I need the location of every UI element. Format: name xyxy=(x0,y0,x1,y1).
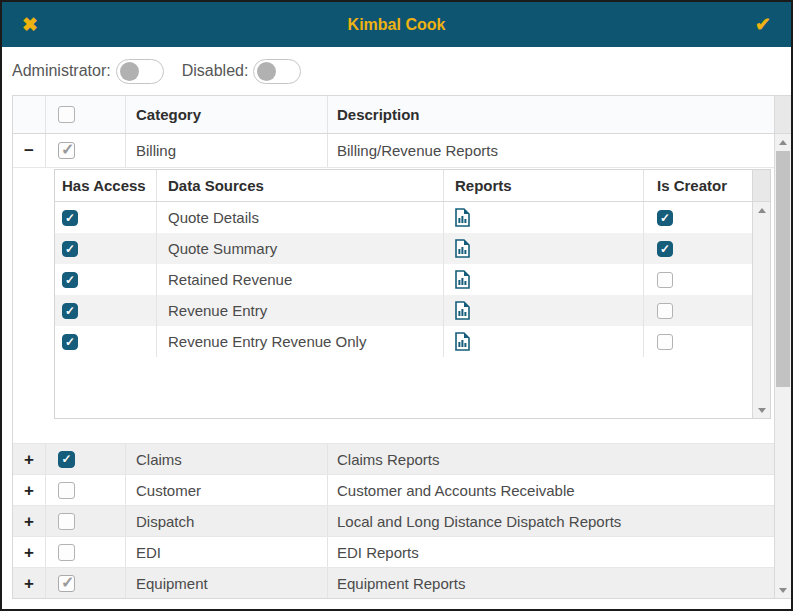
category-checkbox[interactable] xyxy=(58,482,75,499)
category-checkbox[interactable] xyxy=(58,575,75,592)
data-sources-grid-main: Has Access Data Sources Reports Is Creat… xyxy=(55,170,752,418)
is-creator-checkbox[interactable] xyxy=(657,334,673,350)
data-source-cell: Revenue Entry Revenue Only xyxy=(157,326,444,357)
is-creator-checkbox[interactable] xyxy=(657,303,673,319)
data-source-row-quote-details: Quote Details xyxy=(55,202,752,233)
billing-detail-panel: Has Access Data Sources Reports Is Creat… xyxy=(13,167,774,443)
report-button[interactable] xyxy=(455,270,470,289)
disabled-label: Disabled: xyxy=(182,62,249,80)
expand-button[interactable]: + xyxy=(24,575,34,592)
report-button[interactable] xyxy=(455,208,470,227)
category-cell: EDI xyxy=(126,537,328,567)
scrollbar-track[interactable] xyxy=(753,202,770,418)
reports-column-header: Reports xyxy=(444,170,644,201)
data-source-row-retained-revenue: Retained Revenue xyxy=(55,264,752,295)
is-creator-checkbox[interactable] xyxy=(657,272,673,288)
scrollbar-header-filler xyxy=(753,170,770,202)
has-access-column-header: Has Access xyxy=(55,170,157,201)
scrollbar-down-arrow[interactable] xyxy=(753,402,770,418)
close-icon[interactable]: ✖ xyxy=(22,15,38,34)
toggle-knob xyxy=(257,62,276,81)
category-checkbox[interactable] xyxy=(58,513,75,530)
is-creator-checkbox[interactable] xyxy=(657,210,673,226)
report-icon xyxy=(455,208,470,227)
has-access-checkbox[interactable] xyxy=(62,334,78,350)
select-all-checkbox[interactable] xyxy=(58,106,75,123)
description-cell: Customer and Accounts Receivable xyxy=(328,475,774,505)
scrollbar-down-arrow[interactable] xyxy=(775,582,791,598)
category-row-edi: +EDIEDI Reports xyxy=(13,536,774,567)
data-source-cell: Quote Summary xyxy=(157,233,444,264)
checkbox-column-header xyxy=(46,96,126,133)
expand-button[interactable]: + xyxy=(24,544,34,561)
report-icon xyxy=(455,332,470,351)
data-source-row-quote-summary: Quote Summary xyxy=(55,233,752,264)
description-cell: Claims Reports xyxy=(328,444,774,474)
report-icon xyxy=(455,239,470,258)
expand-button[interactable]: + xyxy=(24,482,34,499)
data-sources-scrollbar[interactable] xyxy=(752,170,770,418)
data-sources-column-header: Data Sources xyxy=(157,170,444,201)
category-checkbox[interactable] xyxy=(58,142,75,159)
report-button[interactable] xyxy=(455,239,470,258)
data-source-cell: Revenue Entry xyxy=(157,295,444,326)
category-row-billing: −BillingBilling/Revenue Reports xyxy=(13,134,774,167)
category-grid-main: Category Description −BillingBilling/Rev… xyxy=(13,96,774,598)
category-row-dispatch: +DispatchLocal and Long Distance Dispatc… xyxy=(13,505,774,536)
scrollbar-header-filler xyxy=(775,96,791,134)
data-source-cell: Quote Details xyxy=(157,202,444,233)
category-cell: Equipment xyxy=(126,568,328,598)
is-creator-checkbox[interactable] xyxy=(657,241,673,257)
report-button[interactable] xyxy=(455,301,470,320)
dialog-title: Kimbal Cook xyxy=(2,16,791,34)
description-cell: EDI Reports xyxy=(328,537,774,567)
report-icon xyxy=(455,301,470,320)
category-row-claims: +ClaimsClaims Reports xyxy=(13,443,774,474)
has-access-checkbox[interactable] xyxy=(62,210,78,226)
category-row-customer: +CustomerCustomer and Accounts Receivabl… xyxy=(13,474,774,505)
data-sources-grid-header: Has Access Data Sources Reports Is Creat… xyxy=(55,170,752,202)
report-button[interactable] xyxy=(455,332,470,351)
description-cell: Equipment Reports xyxy=(328,568,774,598)
category-checkbox[interactable] xyxy=(58,544,75,561)
disabled-toggle[interactable] xyxy=(253,59,301,84)
administrator-toggle[interactable] xyxy=(116,59,164,84)
dialog-titlebar: ✖ Kimbal Cook ✔ xyxy=(2,2,791,47)
has-access-checkbox[interactable] xyxy=(62,303,78,319)
confirm-icon[interactable]: ✔ xyxy=(755,15,771,34)
scrollbar-thumb[interactable] xyxy=(776,151,790,387)
category-row-equipment: +EquipmentEquipment Reports xyxy=(13,567,774,598)
collapse-button[interactable]: − xyxy=(24,142,34,159)
category-cell: Claims xyxy=(126,444,328,474)
description-cell: Local and Long Distance Dispatch Reports xyxy=(328,506,774,536)
has-access-checkbox[interactable] xyxy=(62,272,78,288)
description-cell: Billing/Revenue Reports xyxy=(328,134,774,167)
scrollbar-up-arrow[interactable] xyxy=(775,134,791,150)
has-access-checkbox[interactable] xyxy=(62,241,78,257)
category-grid-scrollbar[interactable] xyxy=(774,96,791,598)
toggle-knob xyxy=(120,62,139,81)
data-sources-grid: Has Access Data Sources Reports Is Creat… xyxy=(54,169,771,419)
data-source-row-revenue-entry: Revenue Entry xyxy=(55,295,752,326)
expand-button[interactable]: + xyxy=(24,451,34,468)
user-permissions-dialog: ✖ Kimbal Cook ✔ Administrator: Disabled:… xyxy=(0,0,793,611)
report-icon xyxy=(455,270,470,289)
category-column-header: Category xyxy=(126,96,328,133)
description-column-header: Description xyxy=(328,96,774,133)
category-checkbox[interactable] xyxy=(58,451,75,468)
administrator-label: Administrator: xyxy=(12,62,111,80)
category-cell: Customer xyxy=(126,475,328,505)
category-grid: Category Description −BillingBilling/Rev… xyxy=(12,95,792,599)
data-source-cell: Retained Revenue xyxy=(157,264,444,295)
category-grid-header: Category Description xyxy=(13,96,774,134)
expand-button[interactable]: + xyxy=(24,513,34,530)
data-source-row-revenue-entry-revenue-only: Revenue Entry Revenue Only xyxy=(55,326,752,357)
is-creator-column-header: Is Creator xyxy=(644,170,752,201)
scrollbar-track[interactable] xyxy=(775,134,791,598)
toggle-bar: Administrator: Disabled: xyxy=(12,47,319,95)
expander-column-header xyxy=(13,96,46,133)
category-cell: Dispatch xyxy=(126,506,328,536)
scrollbar-up-arrow[interactable] xyxy=(753,202,770,218)
category-cell: Billing xyxy=(126,134,328,167)
